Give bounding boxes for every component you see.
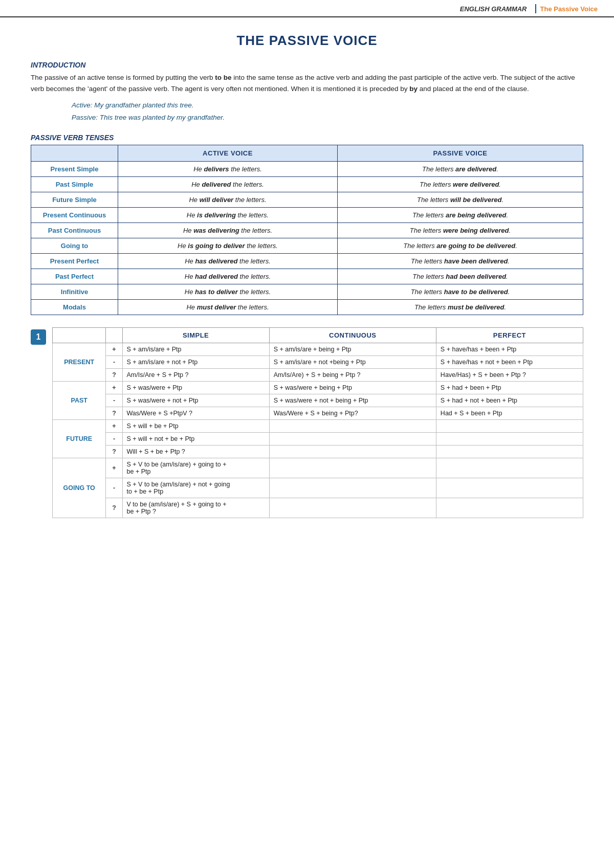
- col-tense-empty: [31, 145, 118, 161]
- formula-col-simple: SIMPLE: [122, 327, 269, 343]
- passive-sentence: The letters have been delivered.: [337, 253, 583, 269]
- table-row: Past Simple He delivered the letters. Th…: [31, 176, 583, 192]
- active-sentence: He was delivering the letters.: [118, 222, 338, 238]
- tense-label: Present Continuous: [31, 207, 118, 222]
- plus-sign: +: [106, 343, 122, 355]
- example-active: Active: My grandfather planted this tree…: [72, 101, 194, 109]
- goingto-group-label: GOING TO: [53, 458, 106, 518]
- minus-sign: -: [106, 478, 122, 498]
- header-title: ENGLISH GRAMMAR: [460, 5, 527, 13]
- passive-sentence: The letters will be delivered.: [337, 192, 583, 207]
- formula-row-past-minus: - S + was/were + not + Ptp S + was/were …: [53, 394, 583, 407]
- goingto-simple-q: V to be (am/is/are) + S + going to +be +…: [122, 498, 269, 518]
- past-simple-q: Was/Were + S +PtpV ?: [122, 407, 269, 419]
- past-perfect-q: Had + S + been + Ptp: [436, 407, 583, 419]
- active-sentence: He delivered the letters.: [118, 176, 338, 192]
- present-simple-minus: S + am/is/are + not + Ptp: [122, 355, 269, 368]
- goingto-continuous-plus: [269, 458, 436, 478]
- tense-label: Past Perfect: [31, 269, 118, 284]
- table-row: Infinitive He has to deliver the letters…: [31, 284, 583, 299]
- present-group-label: PRESENT: [53, 343, 106, 381]
- tense-label: Past Simple: [31, 176, 118, 192]
- tense-label: Past Continuous: [31, 222, 118, 238]
- minus-sign: -: [106, 394, 122, 407]
- past-perfect-plus: S + had + been + Ptp: [436, 381, 583, 394]
- q-sign: ?: [106, 407, 122, 419]
- table-row: Present Simple He delivers the letters. …: [31, 161, 583, 176]
- past-simple-minus: S + was/were + not + Ptp: [122, 394, 269, 407]
- present-simple-plus: S + am/is/are + Ptp: [122, 343, 269, 355]
- table-row: Past Continuous He was delivering the le…: [31, 222, 583, 238]
- past-continuous-minus: S + was/were + not + being + Ptp: [269, 394, 436, 407]
- passive-sentence: The letters have to be delivered.: [337, 284, 583, 299]
- active-sentence: He must deliver the letters.: [118, 299, 338, 315]
- future-continuous-plus: [269, 419, 436, 432]
- table-row: Present Perfect He has delivered the let…: [31, 253, 583, 269]
- formula-row-future-plus: FUTURE + S + will + be + Ptp: [53, 419, 583, 432]
- col-active-voice: ACTIVE VOICE: [118, 145, 338, 161]
- present-continuous-q: Am/Is/Are) + S + being + Ptp ?: [269, 368, 436, 381]
- tense-table: ACTIVE VOICE PASSIVE VOICE Present Simpl…: [31, 145, 583, 315]
- passive-sentence: The letters were delivered.: [337, 176, 583, 192]
- goingto-continuous-q: [269, 498, 436, 518]
- intro-text: The passive of an active tense is formed…: [31, 72, 583, 94]
- future-perfect-q: [436, 445, 583, 458]
- formula-row-past-q: ? Was/Were + S +PtpV ? Was/Were + S + be…: [53, 407, 583, 419]
- active-sentence: He is going to deliver the letters.: [118, 238, 338, 253]
- header-divider: [535, 4, 536, 13]
- passive-sentence: The letters were being delivered.: [337, 222, 583, 238]
- formula-row-goingto-minus: - S + V to be (am/is/are) + not + goingt…: [53, 478, 583, 498]
- past-perfect-minus: S + had + not + been + Ptp: [436, 394, 583, 407]
- minus-sign: -: [106, 432, 122, 445]
- future-simple-minus: S + will + not + be + Ptp: [122, 432, 269, 445]
- page-number-badge: 1: [31, 329, 46, 345]
- active-sentence: He had delivered the letters.: [118, 269, 338, 284]
- formula-row-past-plus: PAST + S + was/were + Ptp S + was/were +…: [53, 381, 583, 394]
- goingto-continuous-minus: [269, 478, 436, 498]
- q-sign: ?: [106, 445, 122, 458]
- past-simple-plus: S + was/were + Ptp: [122, 381, 269, 394]
- q-sign: ?: [106, 498, 122, 518]
- col-passive-voice: PASSIVE VOICE: [337, 145, 583, 161]
- future-continuous-q: [269, 445, 436, 458]
- formula-section: 1 SIMPLE CONTINUOUS PERFECT PRESENT + S …: [31, 327, 583, 518]
- active-sentence: He has delivered the letters.: [118, 253, 338, 269]
- formula-table: SIMPLE CONTINUOUS PERFECT PRESENT + S + …: [52, 327, 583, 518]
- table-row: Going to He is going to deliver the lett…: [31, 238, 583, 253]
- formula-col-perfect: PERFECT: [436, 327, 583, 343]
- present-perfect-minus: S + have/has + not + been + Ptp: [436, 355, 583, 368]
- formula-row-present-plus: PRESENT + S + am/is/are + Ptp S + am/is/…: [53, 343, 583, 355]
- formula-row-future-minus: - S + will + not + be + Ptp: [53, 432, 583, 445]
- formula-row-present-minus: - S + am/is/are + not + Ptp S + am/is/ar…: [53, 355, 583, 368]
- goingto-perfect-plus: [436, 458, 583, 478]
- tense-section-heading: PASSIVE VERB TENSES: [31, 133, 583, 142]
- tense-label: Infinitive: [31, 284, 118, 299]
- active-sentence: He has to deliver the letters.: [118, 284, 338, 299]
- passive-sentence: The letters are going to be delivered.: [337, 238, 583, 253]
- example-passive: Passive: This tree was planted by my gra…: [72, 114, 225, 121]
- future-simple-q: Will + S + be + Ptp ?: [122, 445, 269, 458]
- tense-label: Present Simple: [31, 161, 118, 176]
- intro-heading: INTRODUCTION: [31, 61, 583, 69]
- past-continuous-q: Was/Were + S + being + Ptp?: [269, 407, 436, 419]
- table-row: Modals He must deliver the letters. The …: [31, 299, 583, 315]
- present-simple-q: Am/Is/Are + S + Ptp ?: [122, 368, 269, 381]
- tense-label: Going to: [31, 238, 118, 253]
- plus-sign: +: [106, 458, 122, 478]
- goingto-simple-minus: S + V to be (am/is/are) + not + goingto …: [122, 478, 269, 498]
- past-group-label: PAST: [53, 381, 106, 419]
- future-simple-plus: S + will + be + Ptp: [122, 419, 269, 432]
- formula-row-future-q: ? Will + S + be + Ptp ?: [53, 445, 583, 458]
- plus-sign: +: [106, 419, 122, 432]
- header-subtitle: The Passive Voice: [540, 5, 598, 13]
- present-perfect-plus: S + have/has + been + Ptp: [436, 343, 583, 355]
- present-continuous-plus: S + am/is/are + being + Ptp: [269, 343, 436, 355]
- main-content: THE PASSIVE VOICE INTRODUCTION The passi…: [0, 17, 614, 546]
- active-sentence: He will deliver the letters.: [118, 192, 338, 207]
- goingto-perfect-minus: [436, 478, 583, 498]
- formula-col-continuous: CONTINUOUS: [269, 327, 436, 343]
- table-row: Future Simple He will deliver the letter…: [31, 192, 583, 207]
- tense-label: Future Simple: [31, 192, 118, 207]
- q-sign: ?: [106, 368, 122, 381]
- example-block: Active: My grandfather planted this tree…: [72, 99, 583, 124]
